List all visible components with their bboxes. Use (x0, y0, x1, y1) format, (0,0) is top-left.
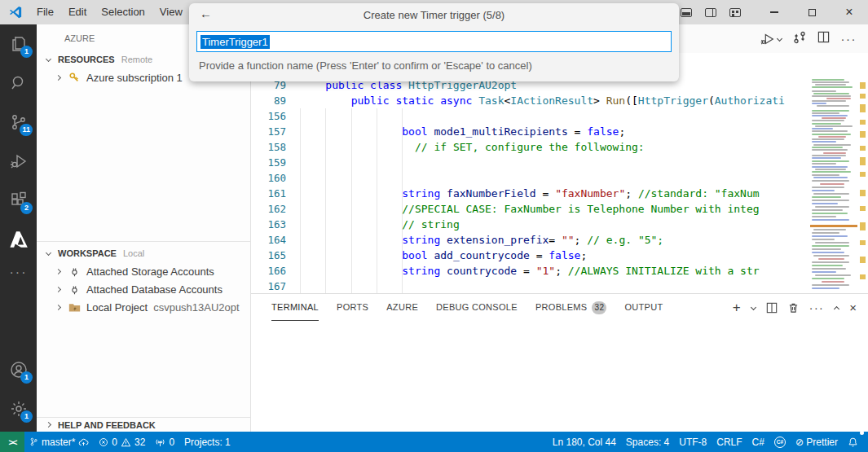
notifications-bell-icon[interactable] (843, 432, 863, 452)
minimap[interactable] (810, 77, 857, 293)
maximize-icon (809, 9, 816, 16)
minimize-button[interactable] (756, 0, 793, 24)
workspace-section-header[interactable]: WORKSPACE Local (37, 244, 250, 262)
new-terminal-icon[interactable]: + (733, 300, 741, 316)
split-terminal-icon[interactable] (766, 302, 778, 314)
csharp-devkit-status[interactable]: C# (769, 432, 791, 452)
maximize-panel-icon[interactable] (835, 305, 839, 311)
code-editor[interactable]: 79public class HttpTriggerAU2opt89public… (251, 77, 868, 293)
extensions-badge: 2 (20, 202, 33, 214)
menu-selection[interactable]: Selection (94, 0, 152, 24)
code-line[interactable]: 167 (251, 279, 868, 293)
tab-output[interactable]: OUTPUT (624, 294, 663, 321)
explorer-icon[interactable]: 1 (0, 24, 37, 64)
kill-terminal-icon[interactable] (788, 302, 799, 314)
sidebar-item-attached-database[interactable]: Attached Database Accounts (37, 280, 250, 298)
code-line[interactable]: 165bool add_countrycode = false; (251, 248, 868, 263)
code-line[interactable]: 164string extension_prefix= ""; // e.g. … (251, 232, 868, 248)
extensions-icon[interactable]: 2 (0, 181, 37, 220)
git-branch-icon (29, 437, 38, 447)
toggle-panel-icon[interactable] (681, 8, 692, 17)
cursor-position[interactable]: Ln 180, Col 44 (548, 432, 621, 452)
more-views-icon[interactable]: ··· (10, 259, 28, 287)
close-button[interactable]: × (831, 0, 868, 24)
ports-status[interactable]: 0 (150, 432, 179, 452)
tab-terminal[interactable]: TERMINAL (271, 294, 319, 321)
status-bar: >< master* 0 32 0 Projects: 1 Ln 180, Co… (0, 432, 868, 452)
language-mode[interactable]: C# (747, 432, 769, 452)
maximize-button[interactable] (793, 0, 831, 24)
chevron-right-icon (55, 286, 61, 292)
close-panel-icon[interactable]: × (849, 301, 857, 314)
code-line[interactable]: 156 (251, 108, 868, 124)
git-branch-status[interactable]: master* (24, 432, 94, 452)
source-control-badge: 11 (20, 124, 33, 136)
tab-azure[interactable]: AZURE (386, 294, 418, 321)
activity-bar: 1 11 2 ··· 1 (0, 24, 37, 432)
customize-layout-icon[interactable] (729, 8, 741, 17)
line-number: 164 (251, 232, 300, 248)
terminal-dropdown-icon[interactable] (751, 305, 756, 309)
help-and-feedback-section[interactable]: HELP AND FEEDBACK (37, 417, 250, 432)
key-icon (68, 72, 81, 83)
tab-ports[interactable]: PORTS (337, 294, 368, 321)
encoding-status[interactable]: UTF-8 (674, 432, 712, 452)
menu-file[interactable]: File (29, 0, 61, 24)
workspace-label: WORKSPACE (58, 248, 117, 258)
chevron-down-icon (776, 36, 782, 42)
indentation-status[interactable]: Spaces: 4 (621, 432, 674, 452)
azure-icon[interactable] (0, 220, 37, 259)
sidebar-item-local-project[interactable]: Local Project csvpush13AU2opt (37, 298, 250, 316)
activity-bar-bottom: 1 1 (0, 350, 37, 428)
eol-status[interactable]: CRLF (712, 432, 747, 452)
toggle-secondary-sidebar-icon[interactable] (705, 8, 716, 17)
menu-edit[interactable]: Edit (61, 0, 94, 24)
problems-badge: 32 (592, 301, 606, 314)
settings-gear-icon[interactable]: 1 (0, 389, 37, 428)
split-editor-icon[interactable] (817, 31, 830, 46)
azure-sidebar: AZURE RESOURCES Remote + Azure subscript… (37, 24, 251, 432)
menu-view[interactable]: View (152, 0, 190, 24)
code-line[interactable]: 159 (251, 155, 868, 170)
line-number: 166 (251, 263, 300, 279)
run-or-debug-icon[interactable] (760, 33, 782, 46)
accounts-icon[interactable]: 1 (0, 350, 37, 389)
overview-ruler[interactable] (857, 77, 868, 293)
prettier-status[interactable]: ⊘ Prettier (791, 432, 843, 452)
open-changes-icon[interactable] (793, 31, 806, 47)
tab-debug-console[interactable]: DEBUG CONSOLE (436, 294, 518, 321)
code-line[interactable]: 158// if SET, configure the follwowing: (251, 139, 868, 155)
search-icon[interactable] (0, 64, 37, 103)
code-line[interactable]: 162//SPECIAL CASE: FaxNumber is Telephon… (251, 201, 868, 217)
source-control-icon[interactable]: 11 (0, 103, 37, 142)
code-line[interactable]: 160 (251, 170, 868, 186)
more-actions-icon[interactable]: ··· (841, 32, 857, 46)
remote-indicator[interactable]: >< (0, 432, 24, 452)
input-selected-text: TimerTrigger1 (200, 35, 270, 49)
line-number: 167 (251, 279, 300, 293)
code-line[interactable]: 166string countrycode = "1"; //ALWAYS IN… (251, 263, 868, 279)
function-name-input[interactable]: TimerTrigger1 (196, 31, 672, 52)
code-line[interactable]: 163// string (251, 217, 868, 232)
code-line[interactable]: 157bool mode1_multiRecipients = false; (251, 124, 868, 139)
run-and-debug-icon[interactable] (0, 142, 37, 181)
terminal-content[interactable] (251, 321, 868, 432)
quick-input-dialog: ← Create new Timer trigger (5/8) TimerTr… (189, 3, 679, 81)
error-icon (99, 437, 108, 447)
tab-problems[interactable]: PROBLEMS32 (535, 294, 607, 321)
line-number: 89 (251, 93, 300, 108)
workspace-desc: Local (123, 248, 144, 258)
status-bar-right: Ln 180, Col 44 Spaces: 4 UTF-8 CRLF C# C… (548, 432, 868, 452)
explorer-badge: 1 (20, 46, 33, 58)
editor-actions: ··· (760, 31, 857, 47)
problems-status[interactable]: 0 32 (94, 432, 150, 452)
projects-status[interactable]: Projects: 1 (179, 432, 236, 452)
back-arrow-icon[interactable]: ← (200, 7, 212, 20)
chevron-down-icon (46, 249, 51, 255)
panel-more-icon[interactable]: ··· (809, 301, 825, 314)
quick-input-hint: Provide a function name (Press 'Enter' t… (199, 59, 679, 72)
code-line[interactable]: 161string faxNumberField = "faxNumber"; … (251, 186, 868, 201)
code-line[interactable]: 89public static async Task<IActionResult… (251, 93, 868, 108)
sidebar-item-attached-storage[interactable]: Attached Storage Accounts (37, 262, 250, 280)
accounts-badge: 1 (20, 371, 33, 384)
